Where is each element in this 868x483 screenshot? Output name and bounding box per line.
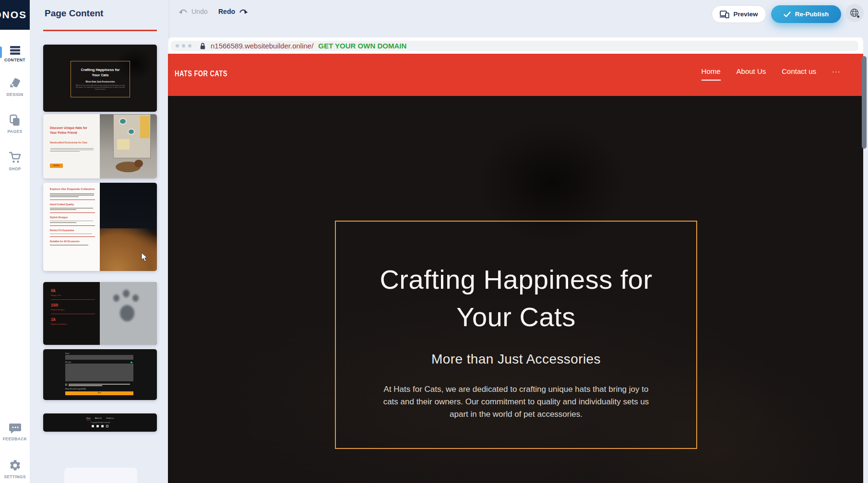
section-thumbnail-stats[interactable]: 5k Happy Cats 150 Unique Designs 1k Repe… <box>43 282 157 345</box>
devices-icon <box>720 11 729 18</box>
section-thumbnail-hero[interactable]: Crafting Happiness forYour Cats More tha… <box>43 45 157 112</box>
section-thumbnail-discover[interactable]: Discover Unique Hats for Your Feline Fri… <box>43 114 157 178</box>
ionos-logo[interactable]: IONOS <box>0 0 30 30</box>
checkmark-icon <box>784 12 791 17</box>
icon-sidebar: IONOS CONTENT DESIGN PAGES <box>0 0 30 483</box>
section-thumbnail-contact-form[interactable]: Name* Message Please fill in all the req… <box>43 349 157 400</box>
feedback-bubble-icon <box>9 422 22 434</box>
window-dot <box>188 44 191 47</box>
thumb-subheading: Handcrafted Exclusively for Cats <box>50 141 94 144</box>
preview-button[interactable]: Preview <box>712 5 766 23</box>
url-bar: n1566589.websitebuilder.online/ GET YOUR… <box>171 41 858 51</box>
editor-topbar: Undo Redo Preview <box>168 0 868 33</box>
redo-button[interactable]: Redo <box>218 8 248 15</box>
ionos-logo-text: IONOS <box>0 9 27 21</box>
editor-main: Undo Redo Preview <box>168 0 868 483</box>
sidebar-item-content[interactable]: CONTENT <box>0 46 30 62</box>
sidebar-item-label: CONTENT <box>4 58 25 62</box>
thumb-heading: Discover Unique Hats for Your Feline Fri… <box>50 126 94 135</box>
form-status-icon <box>131 362 132 363</box>
shop-cart-icon <box>8 151 22 164</box>
site-nav: Home About Us Contact us ··· <box>702 67 841 81</box>
sidebar-item-label: FEEDBACK <box>3 436 27 441</box>
sidebar-item-label: SETTINGS <box>4 474 26 479</box>
site-logo[interactable]: HATS FOR CATS <box>175 70 227 78</box>
sidebar-item-feedback[interactable]: FEEDBACK <box>0 422 30 441</box>
sidebar-item-label: SHOP <box>9 166 21 171</box>
undo-icon <box>178 8 188 15</box>
nav-about[interactable]: About Us <box>737 67 766 80</box>
language-globe-button[interactable] <box>845 4 864 22</box>
nav-contact[interactable]: Contact us <box>782 67 816 80</box>
panel-divider <box>43 30 157 31</box>
panel-title: Page Content <box>45 8 103 19</box>
mini-send-button: Send <box>65 391 133 396</box>
mini-social-icons <box>43 425 157 428</box>
hero-subtitle[interactable]: More than Just Accessories <box>431 352 601 367</box>
get-domain-link[interactable]: GET YOUR OWN DOMAIN <box>318 42 406 50</box>
hero-thumb-selection-box: Crafting Happiness forYour Cats More tha… <box>71 61 130 97</box>
site-header[interactable]: HATS FOR CATS Home About Us Contact us ·… <box>168 54 863 96</box>
redo-icon <box>238 8 248 15</box>
page-content-panel: Page Content Crafting Happiness forYour … <box>30 0 168 483</box>
settings-gear-icon <box>9 459 22 472</box>
preview-browser-chrome: n1566589.websitebuilder.online/ GET YOUR… <box>168 37 863 54</box>
lock-icon <box>199 42 206 50</box>
mini-checkbox <box>65 384 67 386</box>
sidebar-item-label: PAGES <box>7 129 22 134</box>
shop-now-button: Shop Now <box>50 164 63 168</box>
hero-section[interactable]: Crafting Happiness for Your Cats More th… <box>168 96 863 483</box>
window-dot <box>182 44 185 47</box>
undo-button[interactable]: Undo <box>178 8 207 15</box>
sidebar-item-settings[interactable]: SETTINGS <box>0 459 30 479</box>
sidebar-item-design[interactable]: DESIGN <box>0 77 30 97</box>
selected-text-block[interactable]: Crafting Happiness for Your Cats More th… <box>335 221 697 449</box>
pages-copy-icon <box>9 114 21 127</box>
sidebar-item-shop[interactable]: SHOP <box>0 151 30 171</box>
street-cat-photo <box>100 114 157 178</box>
preview-scrollbar[interactable] <box>862 56 867 149</box>
next-thumbnail-peek <box>64 468 137 483</box>
site-url: n1566589.websitebuilder.online/ <box>211 42 313 50</box>
mini-message-textarea <box>65 364 133 381</box>
mouse-cursor <box>141 253 149 262</box>
hero-paragraph[interactable]: At Hats for Cats, we are dedicated to cr… <box>380 383 653 421</box>
nav-home[interactable]: Home <box>702 67 721 81</box>
thumb-heading: Explore Our Exquisite Collection <box>50 188 95 190</box>
hero-title[interactable]: Crafting Happiness for Your Cats <box>380 261 652 336</box>
content-blocks-icon <box>10 46 21 55</box>
sidebar-item-pages[interactable]: PAGES <box>0 114 30 134</box>
active-indicator <box>0 47 2 58</box>
paw-print-photo <box>100 282 157 345</box>
design-swatch-icon <box>9 77 21 90</box>
mini-name-input <box>65 355 133 360</box>
app-window: IONOS CONTENT DESIGN PAGES <box>0 0 868 483</box>
nav-more-button[interactable]: ··· <box>832 67 841 75</box>
sidebar-item-label: DESIGN <box>7 92 24 97</box>
republish-button[interactable]: Re-Publish <box>771 5 841 23</box>
globe-icon <box>849 8 860 19</box>
section-thumbnail-collection[interactable]: Explore Our Exquisite Collection Hand-Cr… <box>43 183 157 271</box>
website-preview: HATS FOR CATS Home About Us Contact us ·… <box>168 54 863 483</box>
window-dot <box>176 44 179 47</box>
section-thumbnail-footer[interactable]: Home About Us Contact us © Copyright. Al… <box>43 413 157 432</box>
